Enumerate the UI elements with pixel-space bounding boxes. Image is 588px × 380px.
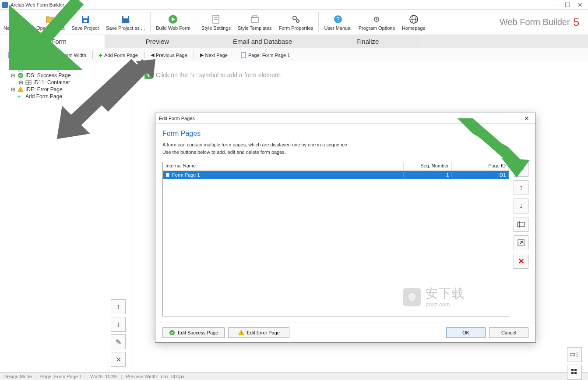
edit-error-page-button[interactable]: ! Edit Error Page xyxy=(228,327,289,338)
new-project-button[interactable]: New Project xyxy=(0,10,33,35)
snap-button[interactable] xyxy=(567,347,582,362)
svg-text:?: ? xyxy=(336,16,340,23)
next-icon: ▶ xyxy=(200,52,204,58)
style-templates-button[interactable]: Style Templates xyxy=(234,10,275,35)
rename-page-button[interactable] xyxy=(514,217,528,232)
tree-label: Add Form Page xyxy=(25,93,62,99)
next-page-button[interactable]: ▶ Next Page xyxy=(196,50,232,60)
separator xyxy=(144,51,144,59)
previous-page-button[interactable]: ◀ Previous Page xyxy=(146,50,192,60)
col-id[interactable]: Page ID xyxy=(452,162,509,170)
page-label: Page: Form Page 1 xyxy=(248,53,290,58)
add-element-icon[interactable]: + xyxy=(144,71,152,79)
delete-button[interactable]: ✕ xyxy=(111,352,126,367)
style-settings-button[interactable]: Style Settings xyxy=(198,10,234,35)
separator: | xyxy=(35,374,37,379)
tree-item-add[interactable]: +Add Form Page xyxy=(3,93,128,100)
separator xyxy=(234,51,234,59)
tree-item-ID11[interactable]: ⊞ID11: Container xyxy=(3,79,128,86)
maximize-button[interactable]: ☐ xyxy=(565,1,570,8)
next-page-label: Next Page xyxy=(205,53,228,58)
separator xyxy=(150,12,151,32)
move-page-down-button[interactable]: ↓ xyxy=(514,199,528,213)
separator xyxy=(48,51,49,59)
tab-preview[interactable]: Preview xyxy=(105,35,210,48)
tool-label: Program Options xyxy=(359,25,395,31)
table-row[interactable]: Form Page 11ID1 xyxy=(163,171,509,179)
form-pages-button[interactable]: Form Pages xyxy=(4,50,46,60)
close-button[interactable]: ✕ xyxy=(577,1,583,8)
statusbar: Design Mode | Page: Form Page 1 | Width:… xyxy=(0,372,588,380)
grid-button[interactable] xyxy=(567,365,582,380)
edit-success-label: Edit Success Page xyxy=(178,330,218,335)
cell-seq: 1 xyxy=(404,172,452,178)
width-icon: ↔ xyxy=(55,53,60,58)
status-preview: Preview-Width: max. 800px xyxy=(126,374,184,379)
open-page-button[interactable] xyxy=(514,235,528,250)
plus-icon: + xyxy=(18,93,24,99)
watermark-text: 安下载 xyxy=(426,286,465,301)
user-manual-button[interactable]: ?User Manual xyxy=(320,10,355,35)
status-mode: Design Mode xyxy=(4,374,32,379)
program-options-button[interactable]: Program Options xyxy=(355,10,398,35)
hint-row: + Click on the "+" symbol to add a form … xyxy=(140,71,579,79)
add-page-button[interactable]: + xyxy=(514,162,528,177)
add-form-page-button[interactable]: + Add Form Page xyxy=(95,50,142,60)
form-width-button[interactable]: ↔ Form Width xyxy=(50,51,91,60)
file-icon xyxy=(11,14,22,25)
dialog-close-button[interactable]: ✕ xyxy=(521,115,532,122)
build-web-form-button[interactable]: Build Web Form xyxy=(152,10,194,35)
tool-label: Style Templates xyxy=(238,25,271,31)
minimize-button[interactable]: ─ xyxy=(553,1,558,8)
svg-point-18 xyxy=(376,18,377,20)
edit-success-page-button[interactable]: Edit Success Page xyxy=(162,327,225,338)
svg-text:!: ! xyxy=(240,331,242,335)
svg-rect-24 xyxy=(241,53,246,58)
tree-item-IDE[interactable]: ⊞!IDE: Error Page xyxy=(3,86,128,93)
current-page-indicator[interactable]: Page: Form Page 1 xyxy=(236,50,294,60)
svg-point-14 xyxy=(296,20,299,22)
status-width: Width: 100% xyxy=(90,374,117,379)
delete-page-button[interactable]: ✕ xyxy=(514,254,528,269)
tab-edit-form[interactable]: Edit Form xyxy=(0,35,105,48)
homepage-button[interactable]: Homepage xyxy=(398,10,429,35)
expander-icon[interactable]: ⊟ xyxy=(11,65,16,71)
tree-item-ID1[interactable]: ⊟ID1: Form Page 1 xyxy=(3,65,128,72)
col-seq[interactable]: Seq. Number xyxy=(404,162,452,170)
tool-label: New Project xyxy=(4,25,29,31)
svg-point-35 xyxy=(577,356,577,357)
svg-rect-37 xyxy=(574,369,577,371)
cancel-button[interactable]: Cancel xyxy=(489,327,528,338)
expander-icon[interactable]: ⊞ xyxy=(11,86,16,92)
svg-rect-4 xyxy=(123,16,128,18)
separator: | xyxy=(85,374,87,379)
previous-page-label: Previous Page xyxy=(156,53,187,58)
dialog-titlebar[interactable]: Edit Form Pages ✕ xyxy=(155,113,535,124)
ok-button[interactable]: OK xyxy=(446,327,486,338)
move-down-button[interactable]: ↓ xyxy=(111,317,126,332)
move-page-up-button[interactable]: ↑ xyxy=(514,180,528,195)
watermark: 安下载 anxz.com xyxy=(403,286,465,308)
separator: | xyxy=(121,374,122,379)
expander-icon[interactable]: ⊟ xyxy=(11,72,16,78)
edit-button[interactable]: ✎ xyxy=(111,334,126,349)
settings-doc-icon xyxy=(211,14,221,25)
tool-label: Open Project xyxy=(36,25,64,31)
open-project-button[interactable]: Open Project xyxy=(33,10,68,35)
expander-icon[interactable]: ⊞ xyxy=(18,79,24,85)
move-up-button[interactable]: ↑ xyxy=(111,299,126,314)
form-properties-button[interactable]: Form Properties xyxy=(275,10,317,35)
save-project-button[interactable]: Save Project xyxy=(68,10,102,35)
tree-item-IDS[interactable]: ⊟IDS: Success Page xyxy=(3,72,128,79)
ok-label: OK xyxy=(462,330,469,335)
play-icon xyxy=(168,14,178,25)
tab-email-and-database[interactable]: Email and Database xyxy=(210,35,315,48)
folder-icon xyxy=(45,14,56,25)
svg-rect-32 xyxy=(570,353,575,356)
titlebar: Arclab Web Form Builder ─ ☐ ✕ xyxy=(0,0,588,10)
tab-finalize[interactable]: Finalize xyxy=(315,35,420,48)
form-width-label: Form Width xyxy=(61,53,86,58)
plus-icon: + xyxy=(99,52,102,59)
save-project-as-button[interactable]: +Save Project as ... xyxy=(102,10,148,35)
col-name[interactable]: Internal Name xyxy=(163,162,404,170)
